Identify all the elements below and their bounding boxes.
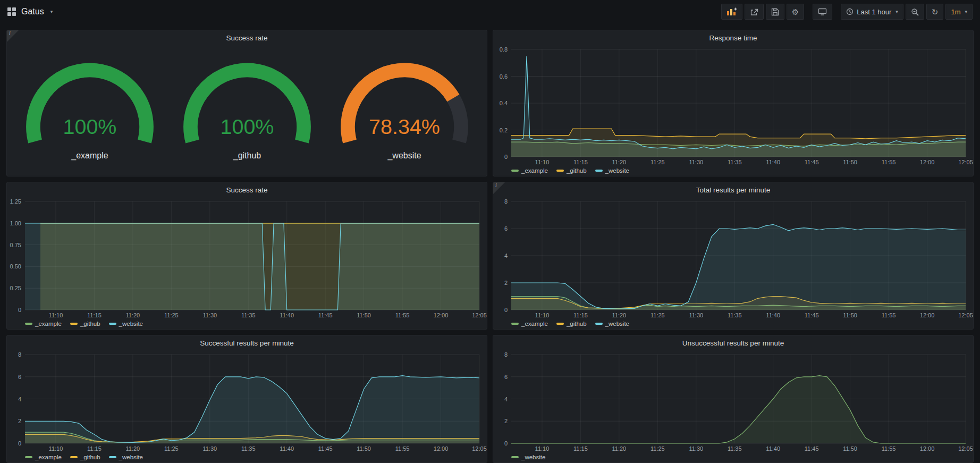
svg-text:11:20: 11:20 [126, 445, 140, 452]
svg-text:1.00: 1.00 [10, 220, 21, 226]
svg-text:11:50: 11:50 [843, 159, 857, 165]
legend-item-_example[interactable]: _example [511, 167, 548, 174]
add-panel-button[interactable] [721, 4, 742, 20]
panel-title[interactable]: Success rate [226, 34, 267, 42]
chart-canvas[interactable]: 11:1011:1511:2011:2511:3011:3511:4011:45… [493, 350, 973, 453]
svg-text:11:55: 11:55 [395, 312, 410, 318]
svg-text:0.2: 0.2 [500, 127, 508, 133]
chart-plot-area[interactable]: 11:1011:1511:2011:2511:3011:3511:4011:45… [493, 350, 973, 453]
svg-text:11:30: 11:30 [689, 312, 703, 318]
svg-text:8: 8 [504, 351, 508, 358]
svg-text:0.75: 0.75 [10, 242, 21, 248]
svg-text:11:20: 11:20 [612, 312, 627, 318]
gauge-title: _github [233, 151, 261, 161]
svg-text:11:20: 11:20 [612, 445, 627, 452]
svg-text:11:50: 11:50 [357, 312, 371, 318]
legend-item-_website[interactable]: _website [109, 454, 143, 460]
legend-item-_website[interactable]: _website [595, 167, 629, 174]
legend-swatch [70, 323, 78, 325]
refresh-arrow-icon: ↻ [932, 8, 939, 16]
svg-text:11:35: 11:35 [728, 445, 742, 452]
svg-text:12:00: 12:00 [920, 312, 935, 318]
chevron-down-icon: ▾ [965, 10, 967, 14]
chart-canvas[interactable]: 11:1011:1511:2011:2511:3011:3511:4011:45… [493, 45, 973, 166]
gauge-value: 100% [221, 115, 274, 138]
svg-text:11:45: 11:45 [805, 312, 819, 318]
legend-item-_github[interactable]: _github [70, 454, 100, 460]
legend-label: _github [567, 167, 587, 174]
svg-text:0: 0 [504, 307, 508, 313]
svg-text:0.6: 0.6 [500, 73, 508, 80]
svg-text:11:20: 11:20 [126, 312, 140, 318]
chart-canvas[interactable]: 11:1011:1511:2011:2511:3011:3511:4011:45… [493, 197, 973, 319]
svg-text:12:00: 12:00 [920, 159, 935, 165]
legend-item-_github[interactable]: _github [556, 167, 587, 174]
svg-text:11:50: 11:50 [357, 445, 371, 452]
chart-legend: _example_github_website [7, 319, 487, 329]
svg-text:0.8: 0.8 [500, 46, 508, 53]
panel-title[interactable]: Unsuccessful results per minute [682, 339, 784, 347]
chart-legend: _example_github_website [493, 166, 973, 176]
svg-text:12:00: 12:00 [920, 445, 935, 452]
share-dashboard-button[interactable] [745, 4, 764, 20]
bar-chart-plus-icon [726, 7, 737, 16]
panel-header: Success rate [7, 30, 487, 45]
svg-text:11:45: 11:45 [805, 445, 819, 452]
panel-title[interactable]: Response time [709, 34, 757, 42]
panel-success-rate-gauges: i Success rate 100%_example100%_github78… [6, 30, 487, 176]
legend-item-_github[interactable]: _github [556, 321, 587, 327]
save-dashboard-button[interactable] [766, 4, 784, 20]
svg-text:11:35: 11:35 [241, 312, 256, 318]
panel-info-icon[interactable]: i [7, 30, 19, 42]
zoom-out-time-button[interactable] [906, 4, 924, 20]
panel-title[interactable]: Successful results per minute [200, 339, 293, 347]
panel-response-time: Response time 11:1011:1511:2011:2511:301… [493, 30, 974, 176]
panel-info-icon[interactable]: i [493, 182, 505, 194]
cycle-view-mode-button[interactable] [813, 4, 832, 20]
gauge-value: 78.34% [369, 115, 440, 138]
gauge-_github: 100%_github [168, 61, 326, 161]
legend-swatch [70, 456, 78, 458]
legend-label: _example [35, 454, 62, 460]
svg-text:11:30: 11:30 [689, 445, 703, 452]
gauge-arc: 78.34% [326, 61, 483, 150]
refresh-interval-dropdown[interactable]: 1m ▾ [945, 4, 973, 20]
chart-plot-area[interactable]: 11:1011:1511:2011:2511:3011:3511:4011:45… [493, 45, 973, 166]
svg-text:0.50: 0.50 [10, 263, 21, 270]
svg-text:8: 8 [18, 351, 21, 358]
chart-plot-area[interactable]: 11:1011:1511:2011:2511:3011:3511:4011:45… [7, 197, 487, 319]
panel-total-results: i Total results per minute 11:1011:1511:… [493, 182, 974, 330]
legend-item-_example[interactable]: _example [25, 454, 62, 460]
svg-text:11:30: 11:30 [202, 445, 217, 452]
dashboard-title-button[interactable]: Gatus ▾ [7, 7, 53, 16]
chart-plot-area[interactable]: 11:1011:1511:2011:2511:3011:3511:4011:45… [493, 197, 973, 319]
legend-item-_example[interactable]: _example [511, 321, 548, 327]
legend-item-_website[interactable]: _website [595, 321, 629, 327]
time-range-picker-button[interactable]: Last 1 hour ▾ [841, 4, 903, 20]
panel-unsuccessful-results: Unsuccessful results per minute 11:1011:… [493, 335, 974, 463]
chart-canvas[interactable]: 11:1011:1511:2011:2511:3011:3511:4011:45… [7, 350, 487, 453]
panel-title[interactable]: Total results per minute [696, 186, 771, 194]
dashboard-settings-button[interactable]: ⚙ [787, 4, 804, 20]
legend-label: _example [35, 321, 62, 327]
svg-text:11:15: 11:15 [573, 159, 588, 165]
chart-canvas[interactable]: 11:1011:1511:2011:2511:3011:3511:4011:45… [7, 197, 487, 319]
legend-item-_example[interactable]: _example [25, 321, 62, 327]
svg-text:11:25: 11:25 [650, 159, 665, 165]
gauge-_website: 78.34%_website [326, 61, 483, 161]
panel-title[interactable]: Success rate [226, 186, 267, 194]
svg-text:11:10: 11:10 [535, 159, 550, 165]
svg-text:12:05: 12:05 [958, 445, 973, 452]
legend-item-_github[interactable]: _github [70, 321, 100, 327]
legend-item-_website[interactable]: _website [511, 454, 545, 460]
legend-label: _website [119, 454, 143, 460]
svg-text:11:15: 11:15 [573, 312, 588, 318]
refresh-dashboard-button[interactable]: ↻ [926, 4, 944, 20]
svg-text:11:15: 11:15 [87, 445, 102, 452]
top-navbar: Gatus ▾ [0, 0, 980, 23]
legend-item-_website[interactable]: _website [109, 321, 143, 327]
dashboard-grid-icon [7, 7, 16, 16]
legend-label: _website [119, 321, 143, 327]
chart-plot-area[interactable]: 11:1011:1511:2011:2511:3011:3511:4011:45… [7, 350, 487, 453]
panel-header: Successful results per minute [7, 335, 487, 350]
